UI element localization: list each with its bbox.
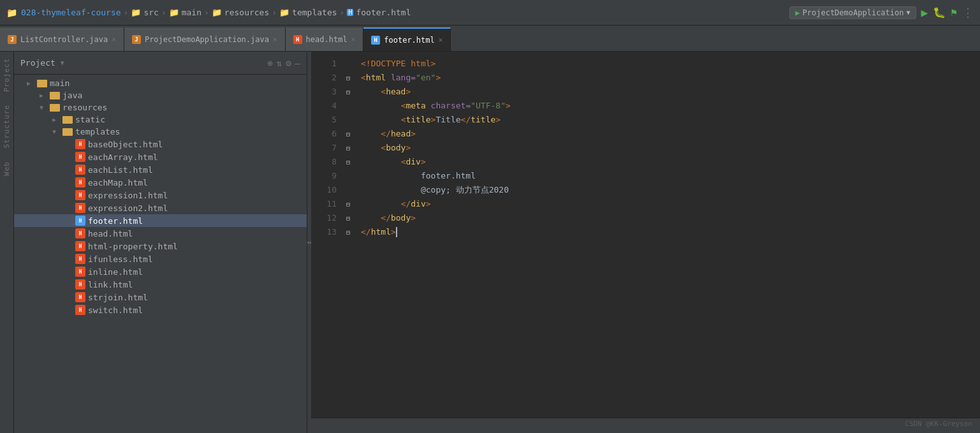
main-area: Project Structure Web Project ▼ ⊕ ⇅ ⚙ — … <box>0 52 980 433</box>
tree-item-link[interactable]: ▶ H link.html <box>14 278 307 291</box>
tree-item-ifunless[interactable]: ▶ H ifunless.html <box>14 253 307 265</box>
tree-item-eachArray[interactable]: ▶ H eachArray.html <box>14 150 307 163</box>
tab-list-controller[interactable]: J ListController.java ✕ <box>0 27 124 51</box>
code-line-7: <body> <box>361 141 980 155</box>
run-config-icon: ▶ <box>795 8 800 17</box>
gutter: ⊟ ⊟ ⊟ ⊟ ⊟ ⊟ ⊟ ⊟ <box>342 52 355 418</box>
project-title-label: Project <box>20 58 55 68</box>
baseObject-label: baseObject.html <box>88 140 163 149</box>
tab-head-html[interactable]: H head.html ✕ <box>286 27 364 51</box>
code-editor[interactable]: <!DOCTYPE html> <html lang="en"> <head> … <box>355 52 980 418</box>
ifunless-label: ifunless.html <box>88 254 153 264</box>
run-config-dropdown-icon[interactable]: ▼ <box>906 9 910 16</box>
tab-bar: J ListController.java ✕ J ProjectDemoApp… <box>0 26 980 52</box>
gutter-fold-6[interactable]: ⊟ <box>342 127 355 141</box>
tab-footer-html-close[interactable]: ✕ <box>439 36 443 44</box>
run-config-label: ProjectDemoApplication <box>803 8 904 17</box>
breadcrumb-templates-label[interactable]: templates <box>292 8 337 17</box>
templates-arrow: ▼ <box>52 128 60 135</box>
breadcrumb: 028-thymeleaf-course › 📁 src › 📁 main › … <box>21 8 411 17</box>
sidebar-label-web[interactable]: Web <box>3 155 11 182</box>
tree-item-expression2[interactable]: ▶ H expression2.html <box>14 202 307 214</box>
templates-folder-label: templates <box>75 127 120 136</box>
tree-item-html-property[interactable]: ▶ H html-property.html <box>14 240 307 253</box>
gutter-fold-11[interactable]: ⊟ <box>342 197 355 211</box>
breadcrumb-file[interactable]: footer.html <box>356 8 411 17</box>
tree-item-resources[interactable]: ▼ resources <box>14 101 307 114</box>
tree-item-main[interactable]: ▶ main <box>14 77 307 89</box>
breadcrumb-src-label[interactable]: src <box>143 8 158 17</box>
sidebar-label-project[interactable]: Project <box>3 52 11 98</box>
breadcrumb-main-label[interactable]: main <box>182 8 201 17</box>
tab-project-demo-app[interactable]: J ProjectDemoApplication.java ✕ <box>124 27 286 51</box>
breadcrumb-src: 📁 <box>131 8 141 17</box>
project-dropdown-arrow[interactable]: ▼ <box>61 59 64 66</box>
tree-item-java[interactable]: ▶ java <box>14 89 307 101</box>
head-file-icon: H <box>75 228 85 239</box>
more-actions-icon[interactable]: ⋮ <box>962 6 974 19</box>
gutter-fold-4[interactable] <box>342 99 355 113</box>
tree-item-eachMap[interactable]: ▶ H eachMap.html <box>14 176 307 189</box>
tree-item-templates[interactable]: ▼ templates <box>14 126 307 138</box>
expression1-label: expression1.html <box>88 191 168 200</box>
gutter-fold-2[interactable]: ⊟ <box>342 71 355 85</box>
java-folder-icon <box>50 92 60 99</box>
gutter-fold-12[interactable]: ⊟ <box>342 211 355 225</box>
locate-icon[interactable]: ⊕ <box>267 58 272 68</box>
strjoin-file-icon: H <box>75 292 85 302</box>
tree-item-strjoin[interactable]: ▶ H strjoin.html <box>14 291 307 304</box>
left-sidebar: Project Structure Web <box>0 52 14 433</box>
code-line-5: <title>Title</title> <box>361 113 980 127</box>
coverage-button[interactable]: ⚑ <box>951 6 957 18</box>
tree-item-eachList[interactable]: ▶ H eachList.html <box>14 163 307 176</box>
code-line-9: footer.html <box>361 169 980 183</box>
gutter-fold-8[interactable]: ⊟ <box>342 155 355 169</box>
gutter-fold-3[interactable]: ⊟ <box>342 85 355 99</box>
code-line-13: </html> <box>361 225 980 239</box>
sidebar-label-structure[interactable]: Structure <box>3 98 11 155</box>
tree-item-expression1[interactable]: ▶ H expression1.html <box>14 189 307 202</box>
editor-content[interactable]: 1 2 3 4 5 6 7 8 9 10 11 12 13 ⊟ ⊟ <box>311 52 980 418</box>
gutter-fold-9[interactable] <box>342 169 355 183</box>
collapse-icon[interactable]: — <box>295 58 300 68</box>
code-line-12: </body> <box>361 211 980 225</box>
tab-head-html-close[interactable]: ✕ <box>351 35 356 43</box>
eachMap-label: eachMap.html <box>88 178 148 187</box>
strjoin-label: strjoin.html <box>88 293 148 302</box>
static-folder-icon <box>62 116 73 124</box>
code-line-6: </head> <box>361 127 980 141</box>
java-arrow: ▶ <box>40 92 47 99</box>
tab-list-controller-close[interactable]: ✕ <box>112 35 116 43</box>
expression1-file-icon: H <box>75 190 85 200</box>
tab-html-icon: H <box>293 35 302 44</box>
gutter-fold-10[interactable] <box>342 183 355 197</box>
gutter-fold-13[interactable]: ⊟ <box>342 225 355 239</box>
tree-item-footer[interactable]: ▶ H footer.html <box>14 214 307 227</box>
run-config-selector[interactable]: ▶ ProjectDemoApplication ▼ <box>789 6 916 19</box>
tree-item-baseObject[interactable]: ▶ H baseObject.html <box>14 138 307 150</box>
tab-footer-html[interactable]: H footer.html ✕ <box>363 27 451 51</box>
breadcrumb-project[interactable]: 028-thymeleaf-course <box>21 8 121 17</box>
sort-icon[interactable]: ⇅ <box>277 58 282 68</box>
code-line-10: @copy; 动力节点2020 <box>361 183 980 197</box>
resources-folder-label: resources <box>62 103 107 112</box>
eachArray-label: eachArray.html <box>88 152 158 162</box>
tree-item-head[interactable]: ▶ H head.html <box>14 227 307 240</box>
tree-item-inline[interactable]: ▶ H inline.html <box>14 265 307 278</box>
gutter-fold-7[interactable]: ⊟ <box>342 141 355 155</box>
gutter-fold-1[interactable] <box>342 57 355 71</box>
title-bar-actions: ▶ ProjectDemoApplication ▼ ▶ 🐛 ⚑ ⋮ <box>789 6 974 19</box>
code-line-4: <meta charset="UTF-8"> <box>361 99 980 113</box>
tree-item-static[interactable]: ▶ static <box>14 114 307 126</box>
eachList-file-icon: H <box>75 165 85 175</box>
gutter-fold-5[interactable] <box>342 113 355 127</box>
eachArray-file-icon: H <box>75 152 85 162</box>
debug-button[interactable]: 🐛 <box>933 6 946 18</box>
tree-item-switch[interactable]: ▶ H switch.html <box>14 304 307 316</box>
settings-icon[interactable]: ⚙ <box>286 58 291 68</box>
breadcrumb-resources-label[interactable]: resources <box>224 8 269 17</box>
run-button[interactable]: ▶ <box>921 6 928 19</box>
tab-java-icon-2: J <box>132 35 141 44</box>
tab-project-demo-close[interactable]: ✕ <box>273 35 277 43</box>
footer-file-icon: H <box>75 216 85 226</box>
